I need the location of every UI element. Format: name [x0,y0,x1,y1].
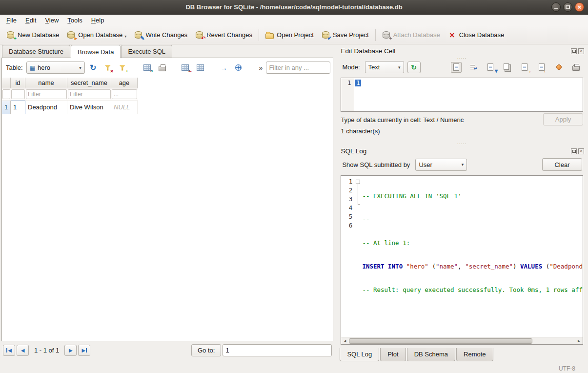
previous-record-button[interactable]: ◀ [17,345,29,356]
goto-input[interactable] [223,344,332,356]
jump-to-cell-button[interactable]: → [218,62,230,74]
write-changes-button[interactable]: ✎ Write Changes [130,29,191,41]
tab-remote[interactable]: Remote [456,348,493,361]
cell-editor[interactable]: 1 1 [341,78,583,112]
menu-file[interactable]: File [2,16,21,25]
maximize-button[interactable] [563,2,572,12]
tab-plot[interactable]: Plot [380,348,406,361]
filter-input-id[interactable] [11,89,25,99]
filter-any-input[interactable] [266,62,330,74]
revert-changes-button[interactable]: ↶ Revert Changes [191,29,256,41]
filter-input-name[interactable] [26,89,67,99]
menu-tools[interactable]: Tools [63,16,86,25]
copy-cell-button[interactable] [502,62,513,73]
set-null-button[interactable] [553,62,564,73]
cell-name[interactable]: Deadpond [25,101,67,114]
table-row: 1 1 Deadpond Dive Wilson NULL [2,101,333,114]
scrollbar-thumb[interactable] [349,338,532,344]
filter-input-secret-name[interactable] [68,89,111,99]
menu-edit[interactable]: Edit [21,16,41,25]
dock-resize-handle[interactable]: ····· [340,56,584,60]
open-database-button[interactable]: ▸ Open Database ▾ [63,29,130,41]
close-database-label: Close Database [459,31,505,39]
sql-log-view[interactable]: 1 2 3 4 5 6 -- EXECUTING ALL IN 'SQL 1' … [341,175,583,345]
editor-line-number: 1 [341,78,354,111]
clear-filters-button[interactable]: ✕ [101,62,114,74]
record-range-label: 1 - 1 of 1 [30,347,63,354]
table-combobox[interactable]: ▦ hero ▾ [26,62,85,74]
app-window: DB Browser for SQLite - /home/user/code/… [0,0,588,373]
filter-input-age[interactable] [112,89,137,99]
column-header-id[interactable]: id [11,78,25,88]
cell-char-count: 1 character(s) [341,127,583,135]
table-label: Table: [4,64,24,71]
import-from-file-button[interactable]: ← [536,62,547,73]
cell-age[interactable]: NULL [111,101,138,114]
open-project-button[interactable]: Open Project [262,29,318,41]
save-filter-button[interactable]: + [116,62,129,74]
next-record-button[interactable]: ▶ [64,345,77,356]
tab-browse-data[interactable]: Browse Data [71,45,121,58]
cell-info: Type of data currently in cell: Text / N… [340,112,584,141]
open-database-dropdown-icon[interactable]: ▾ [124,34,126,39]
titlebar[interactable]: DB Browser for SQLite - /home/user/code/… [0,0,588,15]
close-dock-icon[interactable]: × [578,48,584,54]
main-area: Database Structure Browse Data Execute S… [0,44,588,364]
cell-id[interactable]: 1 [11,101,25,114]
close-database-button[interactable]: ✕ Close Database [444,29,508,41]
word-wrap-button[interactable]: ↵ [468,62,479,73]
close-dock-icon[interactable]: × [578,148,584,154]
open-external-button[interactable] [232,62,245,74]
close-window-button[interactable]: × [575,2,584,12]
refresh-button[interactable]: ↻ [87,62,100,74]
log-filter-combobox[interactable]: User ▾ [415,159,467,171]
tab-database-structure[interactable]: Database Structure [2,45,70,58]
cell-secret-name[interactable]: Dive Wilson [67,101,111,114]
globe-icon [235,64,242,71]
column-header-age[interactable]: age [111,78,138,88]
horizontal-scrollbar[interactable]: ◀ ▶ [341,337,583,344]
goto-button[interactable]: Go to: [191,344,221,356]
clear-log-button[interactable]: Clear [542,158,582,171]
insert-record-button[interactable]: +▾ [142,62,154,74]
toolbar-overflow-icon[interactable]: » [258,64,264,72]
scroll-right-icon[interactable]: ▶ [575,337,583,344]
menu-help[interactable]: Help [87,16,109,25]
fold-marker-icon[interactable] [356,180,360,184]
print-table-button[interactable] [156,62,169,74]
tab-sql-log[interactable]: SQL Log [340,348,379,361]
tab-execute-sql[interactable]: Execute SQL [121,45,172,58]
auto-detect-mode-button[interactable]: ↻ [407,62,421,73]
save-project-button[interactable]: ✔ Save Project [318,29,373,41]
dock-resize-handle[interactable]: ····· [340,141,584,145]
column-header-secret-name[interactable]: secret_name [67,78,111,88]
row-header[interactable]: 1 [2,101,11,114]
editor-content[interactable]: 1 [354,78,362,111]
export-to-file-button[interactable]: → [519,62,530,73]
duplicate-record-button[interactable] [194,62,207,74]
new-database-button[interactable]: + New Database [2,29,63,41]
corner-header[interactable] [2,78,11,88]
next-record-icon: ▶ [69,348,73,353]
print-cell-button[interactable] [570,62,581,73]
log-sql-statement: INSERT INTO "hero" ("name", "secret_name… [362,263,583,271]
tab-db-schema[interactable]: DB Schema [407,348,455,361]
float-dock-icon[interactable] [571,148,577,154]
menu-view[interactable]: View [41,16,63,25]
browse-controls: Table: ▦ hero ▾ ↻ ✕ + +▾ −▾ [2,58,333,78]
scroll-left-icon[interactable]: ◀ [341,337,348,344]
toolbar-separator [259,29,259,41]
log-comment: -- At line 1: [362,239,410,247]
first-record-button[interactable]: ◀ [3,345,15,356]
column-header-name[interactable]: name [25,78,67,88]
minimize-button[interactable] [551,2,561,12]
last-record-button[interactable]: ▶ [78,345,90,356]
delete-record-button[interactable]: −▾ [180,62,192,74]
right-pane: Edit Database Cell × ····· Mode: Text ▾ … [335,44,588,364]
open-database-icon: ▸ [67,31,75,39]
float-dock-icon[interactable] [571,48,577,54]
text-mode-button[interactable] [451,62,462,73]
mode-combobox[interactable]: Text ▾ [365,61,404,73]
table-combobox-value: hero [38,64,50,71]
open-file-button[interactable]: ▾ [485,62,496,73]
